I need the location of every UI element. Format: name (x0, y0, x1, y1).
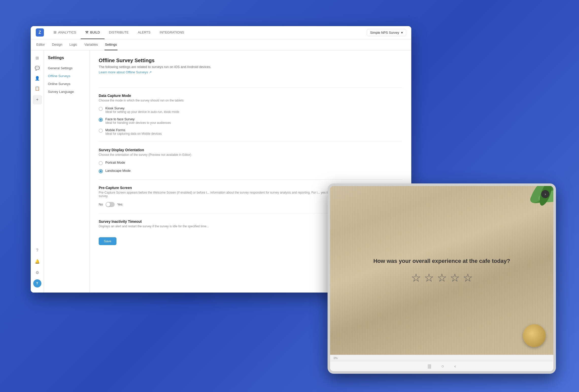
star-rating[interactable]: ☆ ☆ ☆ ☆ ☆ (352, 272, 531, 283)
nav-tab-distribute[interactable]: DISTRIBUTE (105, 26, 133, 39)
tablet-nav-home[interactable]: ○ (441, 364, 444, 369)
star-4[interactable]: ☆ (450, 272, 460, 283)
nav-tabs: ⊞ ANALYTICS ⚒ BUILD DISTRIBUTE ALERTS IN… (49, 26, 367, 39)
progress-text: 0% (334, 356, 338, 360)
analytics-icon: ⊞ (54, 30, 57, 34)
settings-sidebar-title: Settings (44, 56, 89, 64)
user-avatar[interactable]: T (33, 279, 41, 287)
next-arrow-icon: › (545, 192, 546, 196)
radio-kiosk-circle[interactable] (99, 107, 103, 111)
tablet-screen: › How was your overall experience at the… (330, 186, 553, 355)
radio-mobile-forms[interactable]: Mobile Forms Ideal for capturing data on… (99, 128, 402, 135)
data-capture-subtitle: Choose the mode in which the survey shou… (99, 99, 402, 102)
tab-design[interactable]: Design (52, 39, 63, 50)
star-3[interactable]: ☆ (437, 272, 447, 283)
radio-kiosk[interactable]: Kiosk Survey Ideal for setting up your d… (99, 106, 402, 114)
tablet-next-button[interactable]: › (541, 190, 549, 198)
settings-description: The following settings are related to su… (99, 65, 402, 69)
tablet-progress-bar: 0% (330, 355, 553, 361)
toggle-no-label: No (99, 202, 103, 206)
toggle-yes-label: Yes (117, 202, 123, 206)
icon-group-top: ⊞ 💬 👤 📋 ＋ (33, 54, 42, 104)
divider-2 (99, 142, 402, 142)
nav-tab-alerts[interactable]: ALERTS (133, 26, 155, 39)
toggle-thumb (106, 202, 110, 207)
tab-settings[interactable]: Settings (105, 39, 117, 50)
divider-1 (99, 87, 402, 88)
nav-tab-build[interactable]: ⚒ BUILD (81, 26, 104, 39)
second-nav: Editor Design Logic Variables Settings (31, 39, 411, 50)
build-icon: ⚒ (85, 30, 89, 34)
chevron-down-icon: ▾ (401, 31, 403, 35)
tablet-question: How was your overall experience at the c… (352, 257, 531, 265)
radio-face-to-face-circle[interactable] (99, 118, 103, 122)
save-button[interactable]: Save (99, 237, 116, 245)
settings-sidebar: Settings General Settings Offline Survey… (44, 50, 90, 293)
sidebar-item-language[interactable]: Survey Language (44, 88, 89, 96)
external-link-icon: ↗ (149, 70, 152, 74)
tab-variables[interactable]: Variables (84, 39, 98, 50)
sidebar-item-offline[interactable]: Offline Surveys (44, 72, 89, 80)
tablet-nav-bar: ||| ○ ‹ (330, 361, 553, 371)
nav-tab-integrations[interactable]: INTEGRATIONS (155, 26, 189, 39)
tab-editor[interactable]: Editor (36, 39, 45, 50)
orientation-subtitle: Choose the orientation of the survey (Pr… (99, 153, 402, 157)
radio-portrait-circle[interactable] (99, 161, 103, 165)
radio-landscape-text: Landscape Mode (105, 169, 131, 173)
icon-sidebar: ⊞ 💬 👤 📋 ＋ ? 🔔 ⚙ T (31, 50, 44, 293)
radio-face-to-face[interactable]: Face to face Survey Ideal for handing ov… (99, 117, 402, 125)
orientation-title: Survey Display Orientation (99, 148, 402, 152)
person-icon-btn[interactable]: 👤 (33, 74, 42, 83)
app-logo[interactable]: Z (36, 28, 44, 37)
radio-landscape-circle[interactable] (99, 169, 103, 173)
data-capture-title: Data Capture Mode (99, 94, 402, 98)
settings-icon-btn[interactable]: ⚙ (33, 268, 42, 277)
divider-3 (99, 179, 402, 180)
tab-logic[interactable]: Logic (69, 39, 78, 50)
sidebar-item-general[interactable]: General Settings (44, 64, 89, 72)
radio-portrait-text: Portrait Mode (105, 161, 125, 164)
learn-more-link[interactable]: Learn more about Offline Surveys ↗ (99, 70, 152, 74)
nav-tab-analytics[interactable]: ⊞ ANALYTICS (49, 26, 81, 39)
radio-mobile-forms-circle[interactable] (99, 129, 103, 133)
grid-icon-btn[interactable]: ⊞ (33, 54, 42, 63)
tablet-nav-recent[interactable]: ‹ (454, 364, 456, 369)
tablet-mockup: › How was your overall experience at the… (328, 183, 556, 374)
star-1[interactable]: ☆ (411, 272, 421, 283)
bell-icon-btn[interactable]: 🔔 (33, 257, 42, 266)
survey-selector[interactable]: Simple NPS Survey ▾ (367, 29, 406, 36)
tablet-survey-content: How was your overall experience at the c… (352, 257, 531, 283)
radio-face-to-face-text: Face to face Survey Ideal for handing ov… (105, 117, 171, 125)
radio-portrait[interactable]: Portrait Mode (99, 161, 402, 165)
bread-decoration (523, 324, 546, 347)
add-icon-btn[interactable]: ＋ (33, 95, 42, 104)
radio-kiosk-text: Kiosk Survey Ideal for setting up your d… (105, 106, 179, 114)
tablet-nav-back[interactable]: ||| (428, 364, 431, 369)
radio-mobile-forms-text: Mobile Forms Ideal for capturing data on… (105, 128, 162, 135)
help-icon-btn[interactable]: ? (33, 246, 42, 255)
star-5[interactable]: ☆ (463, 272, 473, 283)
radio-landscape[interactable]: Landscape Mode (99, 169, 402, 173)
sidebar-item-online[interactable]: Online Surveys (44, 80, 89, 88)
pre-capture-toggle[interactable] (106, 202, 115, 207)
top-nav: Z ⊞ ANALYTICS ⚒ BUILD DISTRIBUTE ALERTS (31, 26, 411, 39)
chat-icon-btn[interactable]: 💬 (33, 64, 42, 73)
icon-group-bottom: ? 🔔 ⚙ T (33, 246, 42, 289)
calendar-icon-btn[interactable]: 📋 (33, 84, 42, 93)
star-2[interactable]: ☆ (424, 272, 434, 283)
settings-page-title: Offline Survey Settings (99, 58, 402, 63)
